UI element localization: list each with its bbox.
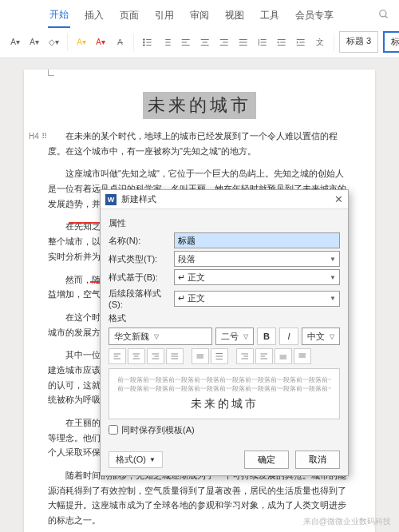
text-effect-dropdown[interactable]: ◇▾ xyxy=(45,34,62,51)
tab-review[interactable]: 审阅 xyxy=(188,6,211,27)
indent-dec-btn[interactable] xyxy=(255,348,273,364)
ribbon-tabs: 开始 插入 页面 引用 审阅 视图 工具 会员专享 xyxy=(0,0,399,28)
tab-home[interactable]: 开始 xyxy=(48,5,70,28)
tab-page[interactable]: 页面 xyxy=(118,6,140,27)
doc-title[interactable]: 未来的城市 xyxy=(143,92,256,119)
svg-point-4 xyxy=(143,42,144,43)
align-right-btn[interactable] xyxy=(147,348,164,364)
style-preview: 前一段落前一段落前一段落前一段落前一段落前一段落前一段落前一段落前一段落 前一段… xyxy=(109,368,340,419)
line-spacing[interactable] xyxy=(254,34,271,51)
font-dropdown[interactable]: A▾ xyxy=(6,34,24,51)
bold-button[interactable]: B xyxy=(257,328,276,345)
type-select[interactable]: 段落▼ xyxy=(174,251,340,267)
font-color-dropdown[interactable]: A▾ xyxy=(92,34,109,51)
style-heading3[interactable]: 标题 3 xyxy=(339,31,378,53)
align-justify-btn[interactable] xyxy=(166,348,184,364)
svg-point-0 xyxy=(380,10,386,17)
text-tools[interactable]: 文 xyxy=(311,34,329,51)
bullet-list[interactable] xyxy=(139,34,156,51)
align-left-btn[interactable] xyxy=(109,348,126,364)
paragraph[interactable]: 在未来的某个时代，地球上的城市已经发展到了一个令人难以置信的程度。在这个城市中，… xyxy=(48,129,351,158)
lang-select[interactable]: 中文▽ xyxy=(302,328,340,345)
highlight-dropdown[interactable]: A▾ xyxy=(73,34,90,51)
space-after-btn[interactable] xyxy=(294,348,311,364)
new-style-dialog: W 新建样式 ✕ 属性 名称(N): 样式类型(T): 段落▼ 样式基于(B):… xyxy=(100,189,349,476)
align-justify[interactable] xyxy=(235,34,252,51)
style-heading4[interactable]: 标题 4 xyxy=(383,31,399,53)
close-icon[interactable]: ✕ xyxy=(334,193,343,205)
svg-point-2 xyxy=(143,38,144,40)
heading-level-label: H4 ⠿ xyxy=(29,132,47,141)
indent-decrease[interactable] xyxy=(273,34,290,51)
tab-tools[interactable]: 工具 xyxy=(259,6,281,27)
align-center-btn[interactable] xyxy=(128,348,145,364)
type-label: 样式类型(T): xyxy=(109,253,174,265)
italic-button[interactable]: I xyxy=(279,328,298,345)
svg-line-1 xyxy=(385,16,388,18)
align-left[interactable] xyxy=(177,34,195,51)
follow-select[interactable]: ↵ 正文▼ xyxy=(174,291,340,307)
space-before-btn[interactable] xyxy=(275,348,292,364)
toolbar: A▾ A▾ ◇▾ A▾ A▾ A̶ 文 标题 3 标题 4 标题 5 xyxy=(0,28,399,58)
follow-label: 后续段落样式(S): xyxy=(109,288,174,309)
clear-format[interactable]: A̶ xyxy=(111,34,128,51)
tab-insert[interactable]: 插入 xyxy=(83,6,105,27)
svg-point-6 xyxy=(143,44,144,46)
section-format: 格式 xyxy=(109,312,340,324)
tab-member[interactable]: 会员专享 xyxy=(294,6,335,27)
name-label: 名称(N): xyxy=(109,235,174,247)
font-size-dropdown[interactable]: A▾ xyxy=(26,34,43,51)
name-input[interactable] xyxy=(174,232,340,248)
based-label: 样式基于(B): xyxy=(109,272,174,284)
format-dropdown[interactable]: 格式(O)▼ xyxy=(109,451,163,468)
ok-button[interactable]: 确定 xyxy=(244,451,289,469)
tab-view[interactable]: 视图 xyxy=(223,6,246,27)
size-select[interactable]: 二号▽ xyxy=(215,328,254,345)
tab-references[interactable]: 引用 xyxy=(153,6,176,27)
save-template-input[interactable] xyxy=(109,425,118,435)
spacing-loose-btn[interactable] xyxy=(211,348,228,364)
align-center[interactable] xyxy=(196,34,214,51)
watermark: 来自@微微企业数码科技 xyxy=(303,516,391,527)
dialog-titlebar: W 新建样式 ✕ xyxy=(101,190,348,209)
indent-inc-btn[interactable] xyxy=(236,348,254,364)
align-right[interactable] xyxy=(215,34,233,51)
cancel-button[interactable]: 取消 xyxy=(295,451,340,469)
font-select[interactable]: 华文新魏▽ xyxy=(109,328,212,345)
style-gallery: 标题 3 标题 4 标题 5 xyxy=(339,31,399,53)
indent-increase[interactable] xyxy=(292,34,310,51)
word-icon: W xyxy=(105,194,117,205)
dialog-title: 新建样式 xyxy=(121,193,156,205)
save-template-checkbox[interactable]: 同时保存到模板(A) xyxy=(109,424,340,436)
section-properties: 属性 xyxy=(109,217,340,229)
based-select[interactable]: ↵ 正文▼ xyxy=(174,269,340,285)
ruler-mark xyxy=(48,69,54,76)
number-list[interactable] xyxy=(158,34,176,51)
spacing-tight-btn[interactable] xyxy=(192,348,209,364)
search-icon[interactable] xyxy=(377,6,391,27)
